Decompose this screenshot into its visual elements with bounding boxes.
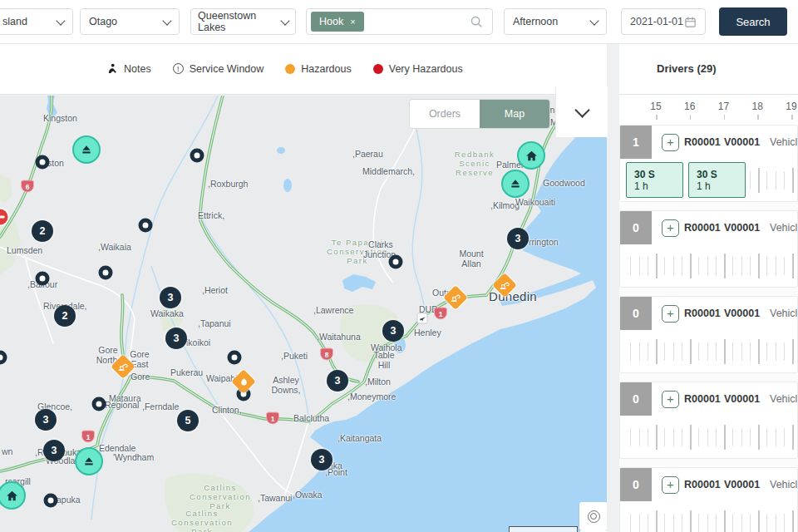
collapse-toolbar-button[interactable] bbox=[555, 86, 608, 137]
driver-row[interactable]: 0 + R00001 V00001 Vehicle bbox=[619, 210, 798, 288]
district-select-value: Queenstown Lakes bbox=[198, 10, 282, 33]
depot-marker[interactable] bbox=[501, 170, 530, 198]
cluster-marker[interactable]: 3 bbox=[160, 287, 181, 308]
cluster-marker[interactable]: 5 bbox=[177, 410, 199, 431]
map-place-label: ,Ferndale bbox=[142, 401, 179, 411]
region-select[interactable]: Otago bbox=[80, 8, 180, 35]
drivers-panel-title: Drivers (29) bbox=[657, 62, 717, 75]
district-select[interactable]: Queenstown Lakes bbox=[190, 8, 296, 35]
cluster-marker[interactable]: 3 bbox=[382, 320, 404, 342]
stop-marker[interactable] bbox=[139, 219, 153, 233]
roadworks-marker[interactable] bbox=[443, 285, 468, 310]
roadworks-marker[interactable] bbox=[111, 354, 135, 379]
orders-tab[interactable]: Orders bbox=[410, 100, 480, 128]
drivers-panel: 1516171819 1 + R00001 V00001 Vehicle 30 … bbox=[619, 94, 798, 532]
stop-marker[interactable] bbox=[99, 266, 113, 280]
route-id: R00001 bbox=[684, 479, 721, 490]
map-place-label: Gore bbox=[131, 372, 150, 382]
map-place-label: Regional bbox=[105, 400, 139, 410]
plus-icon: + bbox=[667, 478, 674, 490]
vehicle-label: Vehicle bbox=[770, 393, 798, 405]
cluster-marker[interactable]: 3 bbox=[35, 409, 57, 431]
map-tab[interactable]: Map bbox=[480, 100, 549, 128]
driver-row-header: 0 + R00001 V00001 Vehicle bbox=[620, 297, 797, 330]
driver-stop-count-badge: 0 bbox=[620, 382, 652, 416]
add-stop-button[interactable]: + bbox=[662, 391, 679, 408]
add-stop-button[interactable]: + bbox=[662, 134, 679, 151]
vehicle-label: Vehicle bbox=[770, 136, 798, 148]
stop-marker[interactable] bbox=[92, 397, 106, 411]
schedule-block[interactable]: 30 S1 h bbox=[626, 162, 683, 198]
depot-marker[interactable] bbox=[72, 135, 101, 164]
stop-marker[interactable] bbox=[389, 255, 403, 269]
search-button[interactable]: Search bbox=[719, 7, 787, 36]
date-picker[interactable]: 2021-01-01 bbox=[621, 8, 706, 35]
cluster-marker[interactable]: 2 bbox=[54, 305, 76, 327]
search-icon bbox=[469, 14, 484, 29]
eject-icon bbox=[509, 177, 522, 190]
add-stop-button[interactable]: + bbox=[662, 305, 679, 323]
driver-row[interactable]: 0 + R00001 V00001 Vehicle bbox=[619, 296, 798, 373]
hour-tick bbox=[791, 115, 793, 120]
driver-timeline bbox=[620, 244, 797, 288]
cluster-marker[interactable]: 3 bbox=[43, 440, 65, 461]
legend-very-hazardous: Very Hazardous bbox=[373, 63, 463, 75]
map-place-label: Henley bbox=[414, 328, 441, 337]
map-place-label: Kingston bbox=[43, 113, 77, 123]
plus-icon: + bbox=[667, 307, 674, 319]
home-marker[interactable] bbox=[0, 481, 26, 510]
cluster-marker[interactable]: 3 bbox=[165, 328, 187, 349]
legend-very-hazardous-label: Very Hazardous bbox=[389, 63, 463, 75]
stop-marker[interactable] bbox=[190, 149, 204, 163]
stop-marker[interactable] bbox=[36, 155, 50, 170]
depot-marker[interactable] bbox=[75, 447, 103, 475]
cluster-marker[interactable]: 2 bbox=[32, 220, 53, 242]
stop-marker[interactable] bbox=[0, 351, 7, 365]
add-stop-button[interactable]: + bbox=[662, 476, 679, 494]
driver-timeline bbox=[620, 330, 797, 373]
route-id: R00001 bbox=[684, 136, 721, 148]
driver-row[interactable]: 0 + R00001 V00001 Vehicle bbox=[619, 467, 798, 532]
vehicle-label: Vehicle bbox=[770, 479, 798, 490]
add-stop-button[interactable]: + bbox=[662, 219, 679, 237]
cluster-marker[interactable]: 3 bbox=[311, 449, 332, 470]
map-place-label: Ettrick, bbox=[198, 210, 224, 220]
map-place-label: 'Wyndham bbox=[113, 452, 154, 462]
filter-tag-hook[interactable]: Hook × bbox=[311, 12, 364, 32]
cluster-marker[interactable]: 3 bbox=[327, 370, 348, 392]
close-icon[interactable]: × bbox=[350, 17, 355, 27]
hour-label: 18 bbox=[752, 101, 763, 112]
highway-shield: 6 bbox=[21, 180, 34, 193]
time-window-select[interactable]: Afternoon bbox=[504, 8, 607, 35]
map-place-label: ,Lawrence bbox=[313, 305, 353, 315]
route-id: R00001 bbox=[684, 308, 721, 319]
driver-row[interactable]: 0 + R00001 V00001 Vehicle bbox=[619, 382, 798, 459]
island-select-value: sland bbox=[2, 16, 27, 27]
highway-shield: 1 bbox=[434, 308, 447, 320]
map-place-label: ,Milton bbox=[365, 377, 391, 387]
legend-hazardous: Hazardous bbox=[285, 63, 351, 75]
island-select[interactable]: sland bbox=[0, 8, 73, 35]
search-filter-input[interactable]: Hook × bbox=[306, 8, 493, 35]
driver-row[interactable]: 1 + R00001 V00001 Vehicle 30 S1 h30 S1 h bbox=[619, 125, 798, 202]
schedule-block[interactable]: 30 S1 h bbox=[688, 162, 746, 198]
map-place-label: Goodwood bbox=[543, 178, 585, 188]
home-marker[interactable] bbox=[517, 141, 545, 170]
map-place-label: ,Paerau bbox=[352, 149, 383, 159]
map-canvas[interactable]: KingstonstonLumsden,BalfourRiversdale,,W… bbox=[0, 96, 607, 532]
stop-marker[interactable] bbox=[44, 494, 58, 508]
stop-marker[interactable] bbox=[228, 351, 242, 365]
vehicle-id: V00001 bbox=[724, 308, 760, 319]
map-place-label: Waihola bbox=[371, 342, 402, 352]
roadworks-icon bbox=[496, 277, 514, 294]
map-attribution-button[interactable] bbox=[579, 502, 607, 530]
no-entry-marker[interactable] bbox=[0, 209, 8, 225]
driver-timeline bbox=[620, 501, 797, 532]
flame-icon bbox=[235, 373, 253, 391]
map-place-label: Middlemarch, bbox=[362, 166, 415, 176]
cluster-marker[interactable]: 3 bbox=[507, 228, 529, 249]
map-place-label: apuka bbox=[57, 495, 81, 505]
flame-marker[interactable] bbox=[231, 369, 256, 394]
stop-marker[interactable] bbox=[36, 272, 50, 286]
roadworks-marker[interactable] bbox=[492, 273, 517, 298]
